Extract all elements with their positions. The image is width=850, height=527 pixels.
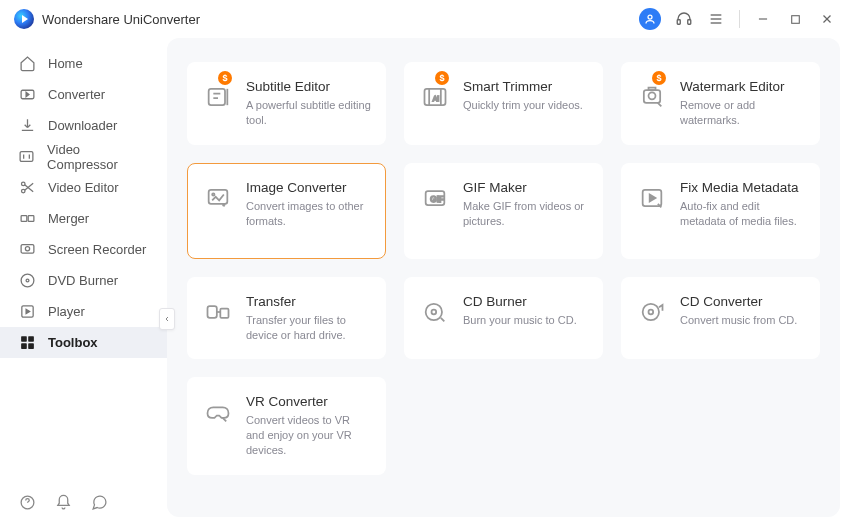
sidebar-item-label: Converter bbox=[48, 87, 105, 102]
tool-card-cd-burner[interactable]: CD BurnerBurn your music to CD. bbox=[404, 277, 603, 360]
tool-title: Transfer bbox=[246, 294, 371, 309]
tool-card-image-converter[interactable]: Image ConverterConvert images to other f… bbox=[187, 163, 386, 259]
compress-icon bbox=[18, 148, 35, 166]
tool-title: Fix Media Metadata bbox=[680, 180, 805, 195]
svg-point-0 bbox=[648, 15, 652, 19]
tool-desc: Transfer your files to device or hard dr… bbox=[246, 313, 371, 343]
sidebar-item-label: Downloader bbox=[48, 118, 117, 133]
svg-rect-11 bbox=[20, 152, 33, 162]
svg-rect-2 bbox=[688, 20, 691, 25]
sidebar-item-dvd-burner[interactable]: DVD Burner bbox=[0, 265, 167, 296]
cd-converter-icon bbox=[636, 296, 668, 328]
tool-desc: Burn your music to CD. bbox=[463, 313, 588, 328]
tool-title: Watermark Editor bbox=[680, 79, 805, 94]
sidebar-collapse-icon[interactable] bbox=[159, 308, 175, 330]
svg-text:GIF: GIF bbox=[430, 194, 444, 203]
tool-desc: Convert videos to VR and enjoy on your V… bbox=[246, 413, 371, 458]
svg-rect-16 bbox=[21, 245, 34, 254]
tool-desc: Auto-fix and edit metadata of media file… bbox=[680, 199, 805, 229]
sidebar-item-player[interactable]: Player bbox=[0, 296, 167, 327]
tool-card-cd-converter[interactable]: CD ConverterConvert music from CD. bbox=[621, 277, 820, 360]
tool-title: VR Converter bbox=[246, 394, 371, 409]
account-avatar-icon[interactable] bbox=[639, 8, 661, 30]
tool-desc: Quickly trim your videos. bbox=[463, 98, 588, 113]
sidebar-item-merger[interactable]: Merger bbox=[0, 203, 167, 234]
svg-rect-7 bbox=[791, 15, 799, 23]
home-icon bbox=[18, 55, 36, 73]
tool-card-transfer[interactable]: TransferTransfer your files to device or… bbox=[187, 277, 386, 360]
image-converter-icon bbox=[202, 182, 234, 214]
sidebar-item-home[interactable]: Home bbox=[0, 48, 167, 79]
tool-desc: Convert images to other formats. bbox=[246, 199, 371, 229]
svg-rect-21 bbox=[21, 336, 27, 342]
maximize-icon[interactable] bbox=[786, 10, 804, 28]
tool-card-subtitle-editor[interactable]: $Subtitle EditorA powerful subtitle edit… bbox=[187, 62, 386, 145]
svg-point-19 bbox=[26, 279, 29, 282]
sidebar-item-label: DVD Burner bbox=[48, 273, 118, 288]
tool-card-smart-trimmer[interactable]: $AISmart TrimmerQuickly trim your videos… bbox=[404, 62, 603, 145]
scissors-icon bbox=[18, 179, 36, 197]
svg-rect-31 bbox=[209, 190, 228, 204]
tool-card-watermark-editor[interactable]: $Watermark EditorRemove or add watermark… bbox=[621, 62, 820, 145]
headset-icon[interactable] bbox=[675, 10, 693, 28]
disc-icon bbox=[18, 272, 36, 290]
premium-badge-icon: $ bbox=[652, 71, 666, 85]
sidebar-item-label: Merger bbox=[48, 211, 89, 226]
svg-point-41 bbox=[649, 309, 654, 314]
sidebar-item-label: Home bbox=[48, 56, 83, 71]
cd-burner-icon bbox=[419, 296, 451, 328]
help-icon[interactable] bbox=[18, 493, 36, 511]
tool-card-fix-media-metadata[interactable]: Fix Media MetadataAuto-fix and edit meta… bbox=[621, 163, 820, 259]
tool-title: Subtitle Editor bbox=[246, 79, 371, 94]
fix-media-metadata-icon bbox=[636, 182, 668, 214]
tool-title: GIF Maker bbox=[463, 180, 588, 195]
play-icon bbox=[18, 303, 36, 321]
svg-point-40 bbox=[643, 304, 659, 320]
minimize-icon[interactable] bbox=[754, 10, 772, 28]
sidebar-item-label: Toolbox bbox=[48, 335, 98, 350]
merge-icon bbox=[18, 210, 36, 228]
svg-point-39 bbox=[432, 309, 437, 314]
titlebar: Wondershare UniConverter bbox=[0, 0, 850, 38]
tool-card-vr-converter[interactable]: VR ConverterConvert videos to VR and enj… bbox=[187, 377, 386, 475]
sidebar-item-converter[interactable]: Converter bbox=[0, 79, 167, 110]
sidebar-item-label: Screen Recorder bbox=[48, 242, 146, 257]
tool-title: CD Burner bbox=[463, 294, 588, 309]
sidebar-item-video-compressor[interactable]: Video Compressor bbox=[0, 141, 167, 172]
svg-point-32 bbox=[212, 193, 214, 195]
svg-text:AI: AI bbox=[433, 95, 440, 102]
sidebar-item-label: Video Compressor bbox=[47, 142, 149, 172]
svg-rect-23 bbox=[21, 343, 27, 349]
svg-rect-36 bbox=[208, 306, 217, 318]
transfer-icon bbox=[202, 296, 234, 328]
feedback-icon[interactable] bbox=[90, 493, 108, 511]
sidebar-item-screen-recorder[interactable]: Screen Recorder bbox=[0, 234, 167, 265]
vr-converter-icon bbox=[202, 396, 234, 428]
svg-rect-37 bbox=[220, 308, 228, 317]
svg-rect-14 bbox=[21, 216, 27, 222]
tool-card-gif-maker[interactable]: GIFGIF MakerMake GIF from videos or pict… bbox=[404, 163, 603, 259]
sidebar-item-label: Video Editor bbox=[48, 180, 119, 195]
svg-rect-24 bbox=[28, 343, 34, 349]
watermark-editor-icon bbox=[636, 81, 668, 113]
menu-icon[interactable] bbox=[707, 10, 725, 28]
sidebar-item-video-editor[interactable]: Video Editor bbox=[0, 172, 167, 203]
svg-point-17 bbox=[25, 247, 29, 251]
close-icon[interactable] bbox=[818, 10, 836, 28]
toolbox-panel: $Subtitle EditorA powerful subtitle edit… bbox=[167, 38, 840, 517]
toolbox-icon bbox=[18, 334, 36, 352]
svg-rect-15 bbox=[28, 216, 34, 222]
svg-point-18 bbox=[21, 274, 34, 287]
download-icon bbox=[18, 117, 36, 135]
record-icon bbox=[18, 241, 36, 259]
svg-rect-22 bbox=[28, 336, 34, 342]
bell-icon[interactable] bbox=[54, 493, 72, 511]
sidebar-item-label: Player bbox=[48, 304, 85, 319]
app-title: Wondershare UniConverter bbox=[42, 12, 200, 27]
premium-badge-icon: $ bbox=[218, 71, 232, 85]
app-logo-icon bbox=[14, 9, 34, 29]
tool-title: Image Converter bbox=[246, 180, 371, 195]
sidebar-item-toolbox[interactable]: Toolbox bbox=[0, 327, 167, 358]
subtitle-editor-icon bbox=[202, 81, 234, 113]
sidebar-item-downloader[interactable]: Downloader bbox=[0, 110, 167, 141]
